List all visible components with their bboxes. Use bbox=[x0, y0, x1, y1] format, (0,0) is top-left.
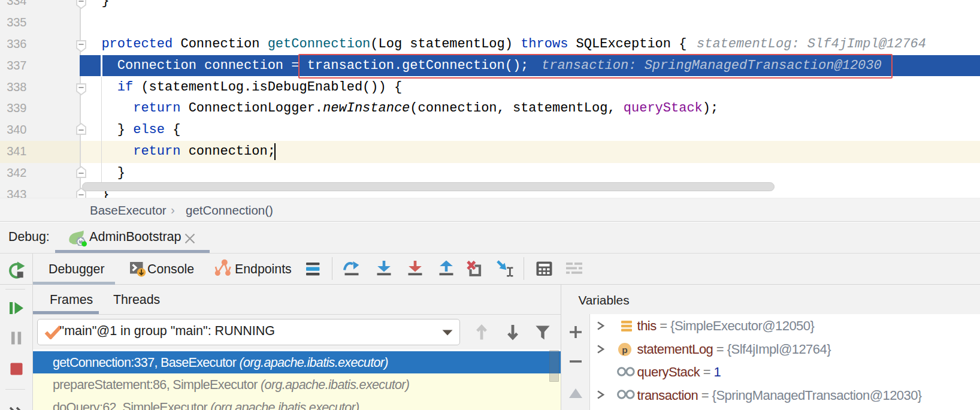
svg-text:p: p bbox=[622, 345, 627, 355]
